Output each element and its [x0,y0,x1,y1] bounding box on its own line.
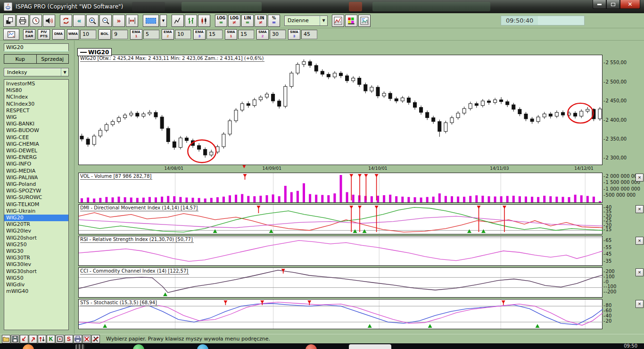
indicator-sma3-period-field[interactable]: 45 [301,30,317,39]
arrow-down-red-icon[interactable] [20,335,28,343]
buy-button[interactable]: Kup [4,54,37,64]
period-select[interactable]: Dzienne ▼ [284,16,328,26]
style-picker-icon[interactable] [143,15,159,27]
indicator-parsar-button[interactable]: PARSAR [23,29,35,40]
no-x-icon[interactable] [91,335,100,343]
main-plot[interactable] [79,55,603,165]
list-item-wig30tr[interactable]: WIG30TR [4,255,68,261]
indicator-pivpts-button[interactable]: PIVPTS [38,29,50,40]
indicator-sma1-button[interactable]: SMA1 [225,29,237,40]
chart-legend[interactable]: WIG20 [77,48,112,56]
cci-panel-close-button[interactable]: × [636,268,644,276]
list-item-wig-budow[interactable]: WIG-BUDOW [4,127,68,134]
indicator-bol-button[interactable]: BOL [99,29,111,40]
colors-icon[interactable] [345,15,357,27]
scale-log-eq-button[interactable]: LOG= [215,15,227,27]
indicator-ema2-period-field[interactable]: 10 [175,30,191,39]
clock-icon[interactable] [30,15,42,27]
list-item-wig-spozyw[interactable]: WIG-SPOZYW [4,188,68,194]
indicator-ema3-period-field[interactable]: 15 [206,30,223,39]
candle-chart-icon[interactable] [198,15,210,27]
arrow-up-red-icon[interactable] [29,335,37,343]
open-icon[interactable] [2,335,10,343]
indicator-wma-button[interactable]: WMA [67,29,79,40]
style-picker-arrow-icon[interactable]: ▼ [160,15,167,27]
list-item-wig-telkom[interactable]: WIG-TELKOM [4,201,68,208]
list-item-wig50[interactable]: WIG50 [4,275,68,282]
taskbar-app-icon[interactable] [197,344,208,349]
list-item-investorms[interactable]: InvestorMS [4,81,68,87]
list-item-wigdiv[interactable]: WIGdiv [4,282,68,288]
list-item-wig20tr[interactable]: WIG20TR [4,221,68,228]
zoom-in-icon[interactable] [86,15,99,27]
indicator-ema2-button[interactable]: EMA2 [162,29,174,40]
sell-button[interactable]: Sprzedaj [37,54,69,64]
sound-icon[interactable] [43,15,55,27]
dmi-panel-close-button[interactable]: × [636,205,644,213]
save-icon[interactable] [11,335,19,343]
indicator-ema1-period-field[interactable]: 5 [143,30,159,39]
list-item-wig-energ[interactable]: WIG-ENERG [4,154,68,161]
list-item-ncindex30[interactable]: NCIndex30 [4,101,68,108]
new-window-icon[interactable] [3,15,16,27]
indicator-sma1-period-field[interactable]: 15 [238,30,254,39]
scale-pct-eq-button[interactable]: %= [268,15,280,27]
taskbar-app-icon[interactable] [305,344,317,349]
list-item-wig30short[interactable]: WIG30short [4,268,68,275]
indicator-wma-period-field[interactable]: 10 [80,30,96,39]
rewind-icon[interactable]: « [73,15,85,27]
list-item-wig-poland[interactable]: WIG-Poland [4,181,68,188]
minimize-button[interactable] [593,0,606,9]
list-item-mwig40[interactable]: mWIG40 [4,288,68,295]
list-item-wig30lev[interactable]: WIG30lev [4,261,68,268]
list-item-wig30[interactable]: WIG30 [4,248,68,255]
list-item-wig[interactable]: WIG [4,114,68,121]
line-chart-icon[interactable] [172,15,184,27]
list-item-wig-banki[interactable]: WIG-BANKI [4,121,68,127]
list-item-wig20short[interactable]: WIG20short [4,235,68,241]
taskbar-app-icon[interactable] [349,344,391,349]
list-item-wig-chemia[interactable]: WIG-CHEMIA [4,141,68,148]
group-select[interactable]: Indeksy ▼ [4,68,69,76]
list-item-wig-media[interactable]: WIG-MEDIA [4,168,68,174]
rsi-panel-close-button[interactable]: × [636,237,644,245]
vol-plot[interactable] [79,173,603,202]
list-item-wig-info[interactable]: WIG-INFO [4,161,68,167]
scale-lin-neq-button[interactable]: LIN≠ [255,15,267,27]
taskbar-app-icon[interactable] [133,344,144,349]
indicator-sma3-button[interactable]: SMA3 [288,29,300,40]
refresh-icon[interactable] [60,15,72,27]
list-item-wig-ukrain[interactable]: WIG-Ukrain [4,208,68,215]
indicator-sma2-period-field[interactable]: 30 [270,30,286,39]
list-item-respect[interactable]: RESPECT [4,108,68,114]
indicator-ema3-button[interactable]: EMA3 [193,29,206,40]
delete-x-icon[interactable] [83,335,91,343]
indicator-chart-icon[interactable] [332,15,344,27]
box-icon[interactable] [56,335,64,343]
taskbar-app-icon[interactable] [75,344,85,349]
k-icon[interactable]: K [47,335,55,343]
maximize-button[interactable] [606,0,620,9]
list-item-ncindex[interactable]: NCIndex [4,94,68,100]
sts-panel-close-button[interactable]: × [636,300,644,308]
taskbar-app-icon[interactable] [23,344,34,349]
list-item-wig20lev[interactable]: WIG20lev [4,228,68,234]
arrows-updown-icon[interactable] [38,335,46,343]
symbol-input[interactable] [4,43,69,51]
fit-width-icon[interactable] [126,15,138,27]
list-item-wig-cee[interactable]: WIG-CEE [4,134,68,141]
forward-icon[interactable]: » [113,15,125,27]
list-item-mis80[interactable]: MiS80 [4,87,68,94]
zoom-out-icon[interactable] [99,15,112,27]
list-item-wig20[interactable]: WIG20 [4,215,68,221]
indicator-sma2-button[interactable]: SMA2 [256,29,269,40]
chart-settings-icon[interactable] [358,15,371,27]
list-item-wig-paliwa[interactable]: WIG-PALIWA [4,174,68,181]
scale-lin-eq-button[interactable]: LIN= [241,15,254,27]
scale-log-neq-button[interactable]: LOG≠ [228,15,240,27]
print-small-icon[interactable] [74,335,82,343]
vol-panel-close-button[interactable]: × [636,174,644,182]
paper-plot-icon[interactable] [3,29,19,40]
indicator-bol-period-field[interactable]: 9 [112,30,128,39]
close-button[interactable]: ✕ [620,0,640,9]
